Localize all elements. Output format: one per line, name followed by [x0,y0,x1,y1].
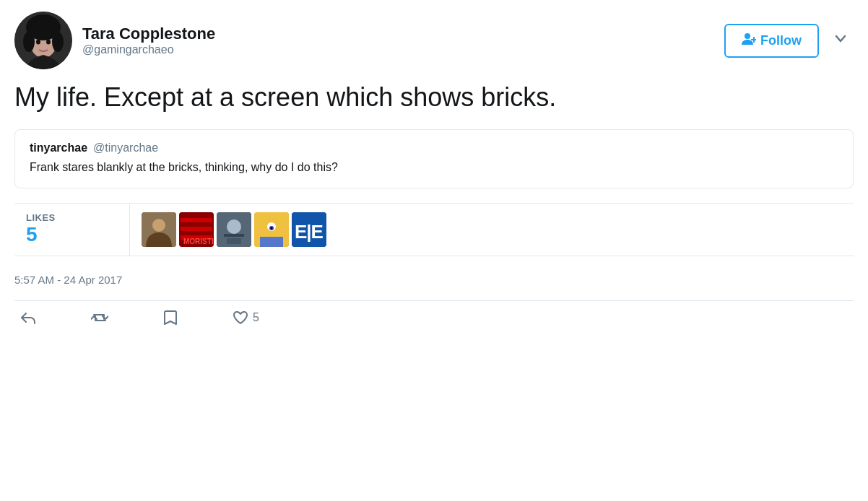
svg-point-20 [227,219,241,234]
bookmark-button[interactable] [157,307,183,328]
svg-point-13 [152,219,165,232]
liker-avatar-3[interactable] [217,212,251,247]
reply-button[interactable] [14,308,42,328]
liker-avatar-1[interactable] [142,212,176,247]
tweet-header: Tara Copplestone @gamingarchaeo Follow [14,12,854,69]
follow-button[interactable]: Follow [724,24,819,58]
svg-rect-15 [181,218,212,222]
svg-rect-16 [181,227,212,231]
liker-avatar-5[interactable]: E|E [292,212,326,247]
svg-point-9 [745,33,750,39]
svg-point-6 [29,20,58,40]
quoted-tweet-header: tinyarchae @tinyarchae [30,141,838,154]
tweet-header-right: Follow [724,24,854,58]
follow-icon [742,32,756,49]
liker-avatar-4[interactable] [254,212,289,247]
retweet-icon [91,310,108,325]
quoted-username: @tinyarchae [93,141,158,154]
tweet-actions: 5 [14,300,854,334]
tweet-container: Tara Copplestone @gamingarchaeo Follow [0,0,868,334]
avatar[interactable] [14,12,72,69]
quoted-text: Frank stares blankly at the bricks, thin… [30,159,838,176]
liker-avatar-2[interactable]: MORISTIC [179,212,214,247]
tweet-body: My life. Except at a screen which shows … [14,81,854,188]
svg-point-30 [271,227,273,229]
likes-avatars: MORISTIC [130,204,338,256]
quoted-display-name: tinyarchae [30,141,87,154]
svg-point-8 [46,40,51,45]
follow-label: Follow [760,33,802,48]
timestamp: 5:57 AM - 24 Apr 2017 [14,265,854,295]
svg-point-7 [36,40,40,45]
likes-section: LIKES 5 MORISTIC [14,203,854,256]
svg-text:E|E: E|E [295,221,324,243]
likes-label: LIKES [26,212,118,223]
likes-left: LIKES 5 [14,204,130,256]
user-info: Tara Copplestone @gamingarchaeo [82,25,215,56]
svg-rect-31 [260,237,283,247]
tweet-header-left: Tara Copplestone @gamingarchaeo [14,12,215,69]
svg-rect-21 [224,234,244,237]
quoted-tweet[interactable]: tinyarchae @tinyarchae Frank stares blan… [14,129,854,188]
like-button[interactable]: 5 [227,308,265,328]
tweet-text: My life. Except at a screen which shows … [14,81,854,115]
svg-text:MORISTIC: MORISTIC [183,238,214,245]
likes-count: 5 [26,223,118,246]
like-count: 5 [253,311,259,324]
heart-icon [233,310,248,325]
chevron-down-icon[interactable] [828,28,854,53]
reply-icon [20,310,36,325]
retweet-button[interactable] [85,308,114,328]
username[interactable]: @gamingarchaeo [82,43,215,56]
display-name[interactable]: Tara Copplestone [82,25,215,43]
svg-rect-22 [227,238,241,244]
bookmark-icon [163,310,178,326]
